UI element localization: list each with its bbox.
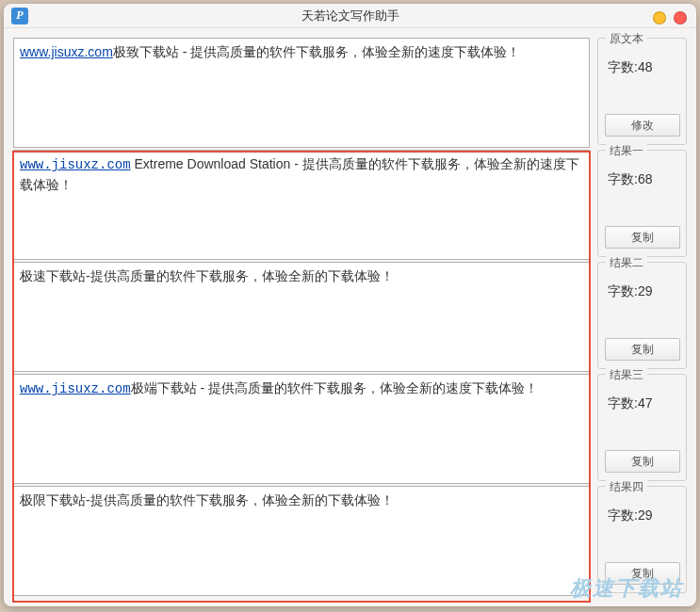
panel-title: 结果三 bbox=[606, 367, 647, 383]
textbox-text: 极限下载站-提供高质量的软件下载服务，体验全新的下载体验！ bbox=[20, 492, 394, 507]
link[interactable]: www.jisuxz.com bbox=[20, 157, 131, 172]
panel-title: 结果二 bbox=[606, 255, 647, 271]
textbox-text: 极速下载站-提供高质量的软件下载服务，体验全新的下载体验！ bbox=[20, 268, 394, 283]
copy-button[interactable]: 复制 bbox=[605, 562, 680, 585]
panel-title: 结果四 bbox=[606, 479, 647, 495]
sidebar: 原文本 字数:48 修改 结果一 字数:68 复制 结果二 字数:29 复制 结… bbox=[597, 38, 687, 597]
textbox-text: 极致下载站 - 提供高质量的软件下载服务，体验全新的速度下载体验！ bbox=[113, 44, 520, 59]
result-textbox-4[interactable]: 极限下载站-提供高质量的软件下载服务，体验全新的下载体验！ bbox=[13, 486, 590, 596]
word-count: 字数:47 bbox=[604, 395, 680, 412]
window-controls bbox=[653, 11, 687, 24]
panel-result-3: 结果三 字数:47 复制 bbox=[597, 374, 687, 481]
original-textbox[interactable]: www.jisuxz.com极致下载站 - 提供高质量的软件下载服务，体验全新的… bbox=[13, 38, 590, 148]
word-count: 字数:68 bbox=[604, 171, 680, 188]
result-textbox-3[interactable]: www.jisuxz.com极端下载站 - 提供高质量的软件下载服务，体验全新的… bbox=[13, 374, 590, 484]
text-column: www.jisuxz.com极致下载站 - 提供高质量的软件下载服务，体验全新的… bbox=[13, 38, 590, 597]
copy-button[interactable]: 复制 bbox=[605, 450, 680, 473]
panel-result-1: 结果一 字数:68 复制 bbox=[597, 150, 687, 257]
panel-title: 结果一 bbox=[606, 143, 647, 159]
copy-button[interactable]: 复制 bbox=[605, 226, 680, 249]
copy-button[interactable]: 复制 bbox=[605, 338, 680, 361]
modify-button[interactable]: 修改 bbox=[605, 114, 680, 137]
link[interactable]: www.jisuxz.com bbox=[20, 381, 131, 396]
word-count: 字数:29 bbox=[604, 507, 680, 524]
word-count: 字数:29 bbox=[604, 283, 680, 300]
minimize-button[interactable] bbox=[653, 11, 666, 24]
window-body: www.jisuxz.com极致下载站 - 提供高质量的软件下载服务，体验全新的… bbox=[4, 28, 696, 606]
textbox-text: 极端下载站 - 提供高质量的软件下载服务，体验全新的速度下载体验！ bbox=[131, 380, 538, 395]
word-count: 字数:48 bbox=[604, 59, 680, 76]
titlebar[interactable]: P 天若论文写作助手 bbox=[4, 4, 696, 28]
main-window: P 天若论文写作助手 www.jisuxz.com极致下载站 - 提供高质量的软… bbox=[4, 4, 696, 606]
panel-original: 原文本 字数:48 修改 bbox=[597, 38, 687, 145]
app-icon: P bbox=[11, 8, 28, 24]
panel-result-2: 结果二 字数:29 复制 bbox=[597, 262, 687, 369]
panel-title: 原文本 bbox=[606, 31, 647, 47]
result-textbox-1[interactable]: www.jisuxz.com Extreme Download Station … bbox=[13, 150, 590, 260]
result-textbox-2[interactable]: 极速下载站-提供高质量的软件下载服务，体验全新的下载体验！ bbox=[13, 262, 590, 372]
link[interactable]: www.jisuxz.com bbox=[20, 44, 113, 59]
window-title: 天若论文写作助手 bbox=[4, 8, 696, 24]
panel-result-4: 结果四 字数:29 复制 bbox=[597, 486, 687, 593]
close-button[interactable] bbox=[674, 11, 687, 24]
